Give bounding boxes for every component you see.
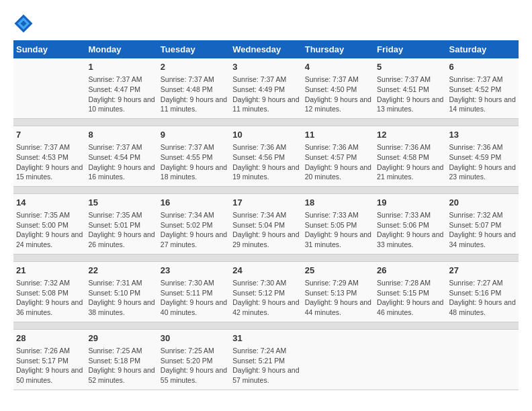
week-separator: [13, 254, 519, 261]
calendar-cell: [302, 329, 374, 390]
sunset-text: Sunset: 5:12 PM: [232, 288, 299, 298]
sunrise-text: Sunrise: 7:32 AM: [449, 210, 516, 220]
sunrise-text: Sunrise: 7:36 AM: [449, 142, 516, 152]
sunrise-text: Sunrise: 7:37 AM: [305, 75, 371, 85]
sunrise-text: Sunrise: 7:34 AM: [232, 210, 299, 220]
calendar-cell: 8Sunrise: 7:37 AMSunset: 4:54 PMDaylight…: [85, 126, 157, 186]
daylight-text: Daylight: 9 hours and 23 minutes.: [449, 163, 516, 182]
calendar-cell: 5Sunrise: 7:37 AMSunset: 4:51 PMDaylight…: [374, 58, 446, 118]
calendar-week-row: 1Sunrise: 7:37 AMSunset: 4:47 PMDaylight…: [13, 58, 519, 118]
weekday-header-wednesday: Wednesday: [230, 40, 302, 58]
daylight-text: Daylight: 9 hours and 20 minutes.: [305, 163, 371, 182]
day-number: 16: [161, 197, 227, 209]
sunset-text: Sunset: 5:15 PM: [377, 288, 443, 298]
calendar-week-row: 28Sunrise: 7:26 AMSunset: 5:17 PMDayligh…: [13, 329, 519, 390]
weekday-header-monday: Monday: [85, 40, 157, 58]
sunrise-text: Sunrise: 7:37 AM: [377, 75, 443, 85]
day-number: 10: [232, 129, 299, 141]
daylight-text: Daylight: 9 hours and 24 minutes.: [16, 230, 83, 249]
sunset-text: Sunset: 5:17 PM: [16, 356, 83, 366]
daylight-text: Daylight: 9 hours and 50 minutes.: [16, 365, 83, 385]
day-number: 7: [16, 129, 83, 141]
separator-cell: [13, 322, 519, 329]
calendar-cell: 2Sunrise: 7:37 AMSunset: 4:48 PMDaylight…: [158, 58, 230, 118]
daylight-text: Daylight: 9 hours and 48 minutes.: [449, 298, 516, 317]
week-separator: [13, 186, 519, 193]
daylight-text: Daylight: 9 hours and 21 minutes.: [377, 163, 443, 182]
calendar-cell: 17Sunrise: 7:34 AMSunset: 5:04 PMDayligh…: [230, 193, 302, 254]
calendar-week-row: 14Sunrise: 7:35 AMSunset: 5:00 PMDayligh…: [13, 193, 519, 254]
daylight-text: Daylight: 9 hours and 13 minutes.: [377, 95, 443, 114]
daylight-text: Daylight: 9 hours and 55 minutes.: [161, 365, 227, 385]
sunset-text: Sunset: 5:16 PM: [449, 288, 516, 298]
calendar-week-row: 21Sunrise: 7:32 AMSunset: 5:08 PMDayligh…: [13, 261, 519, 322]
sunset-text: Sunset: 5:01 PM: [88, 220, 154, 230]
sunrise-text: Sunrise: 7:37 AM: [16, 142, 83, 152]
day-number: 20: [449, 197, 516, 209]
separator-cell: [13, 118, 519, 126]
calendar-cell: 25Sunrise: 7:29 AMSunset: 5:13 PMDayligh…: [302, 261, 374, 322]
sunset-text: Sunset: 5:02 PM: [161, 220, 227, 230]
sunrise-text: Sunrise: 7:36 AM: [377, 142, 443, 152]
sunset-text: Sunset: 4:55 PM: [161, 152, 227, 163]
calendar-cell: 13Sunrise: 7:36 AMSunset: 4:59 PMDayligh…: [447, 126, 519, 186]
sunset-text: Sunset: 5:21 PM: [232, 356, 299, 366]
calendar-cell: 12Sunrise: 7:36 AMSunset: 4:58 PMDayligh…: [374, 126, 446, 186]
daylight-text: Daylight: 9 hours and 34 minutes.: [449, 230, 516, 249]
daylight-text: Daylight: 9 hours and 36 minutes.: [16, 298, 83, 317]
sunrise-text: Sunrise: 7:37 AM: [88, 75, 154, 85]
sunset-text: Sunset: 5:20 PM: [161, 356, 227, 366]
daylight-text: Daylight: 9 hours and 15 minutes.: [16, 163, 83, 182]
sunrise-text: Sunrise: 7:36 AM: [305, 142, 371, 152]
sunset-text: Sunset: 4:50 PM: [305, 85, 371, 95]
sunrise-text: Sunrise: 7:35 AM: [88, 210, 154, 220]
separator-cell: [13, 186, 519, 193]
daylight-text: Daylight: 9 hours and 16 minutes.: [88, 163, 154, 182]
day-number: 12: [377, 129, 443, 141]
calendar-table: SundayMondayTuesdayWednesdayThursdayFrid…: [13, 40, 519, 390]
sunset-text: Sunset: 5:07 PM: [449, 220, 516, 230]
sunrise-text: Sunrise: 7:27 AM: [449, 278, 516, 288]
calendar-cell: [13, 58, 85, 118]
sunset-text: Sunset: 4:58 PM: [377, 152, 443, 163]
weekday-header-sunday: Sunday: [13, 40, 85, 58]
calendar-cell: 9Sunrise: 7:37 AMSunset: 4:55 PMDaylight…: [158, 126, 230, 186]
sunset-text: Sunset: 5:10 PM: [88, 288, 154, 298]
sunrise-text: Sunrise: 7:37 AM: [449, 75, 516, 85]
sunrise-text: Sunrise: 7:31 AM: [88, 278, 154, 288]
calendar-cell: 1Sunrise: 7:37 AMSunset: 4:47 PMDaylight…: [85, 58, 157, 118]
day-number: 17: [232, 197, 299, 209]
day-number: 28: [16, 332, 83, 345]
day-number: 29: [88, 332, 154, 345]
day-number: 4: [305, 61, 371, 73]
day-number: 27: [449, 265, 516, 277]
calendar-cell: 11Sunrise: 7:36 AMSunset: 4:57 PMDayligh…: [302, 126, 374, 186]
day-number: 9: [161, 129, 227, 141]
day-number: 14: [16, 197, 83, 209]
day-number: 21: [16, 265, 83, 277]
sunset-text: Sunset: 5:13 PM: [305, 288, 371, 298]
sunrise-text: Sunrise: 7:24 AM: [232, 346, 299, 356]
sunrise-text: Sunrise: 7:29 AM: [305, 278, 371, 288]
daylight-text: Daylight: 9 hours and 27 minutes.: [161, 230, 227, 249]
sunset-text: Sunset: 4:49 PM: [232, 85, 299, 95]
daylight-text: Daylight: 9 hours and 33 minutes.: [377, 230, 443, 249]
logo: [13, 13, 36, 34]
daylight-text: Daylight: 9 hours and 14 minutes.: [449, 95, 516, 114]
sunset-text: Sunset: 5:11 PM: [161, 288, 227, 298]
page-header: [13, 13, 519, 34]
calendar-cell: 10Sunrise: 7:36 AMSunset: 4:56 PMDayligh…: [230, 126, 302, 186]
sunrise-text: Sunrise: 7:32 AM: [16, 278, 83, 288]
day-number: 23: [161, 265, 227, 277]
calendar-cell: 19Sunrise: 7:33 AMSunset: 5:06 PMDayligh…: [374, 193, 446, 254]
weekday-header-tuesday: Tuesday: [158, 40, 230, 58]
calendar-cell: [447, 329, 519, 390]
day-number: 8: [88, 129, 154, 141]
sunset-text: Sunset: 5:05 PM: [305, 220, 371, 230]
calendar-cell: 23Sunrise: 7:30 AMSunset: 5:11 PMDayligh…: [158, 261, 230, 322]
sunrise-text: Sunrise: 7:30 AM: [232, 278, 299, 288]
daylight-text: Daylight: 9 hours and 57 minutes.: [232, 365, 299, 385]
sunrise-text: Sunrise: 7:37 AM: [161, 75, 227, 85]
calendar-cell: 31Sunrise: 7:24 AMSunset: 5:21 PMDayligh…: [230, 329, 302, 390]
sunrise-text: Sunrise: 7:37 AM: [161, 142, 227, 152]
